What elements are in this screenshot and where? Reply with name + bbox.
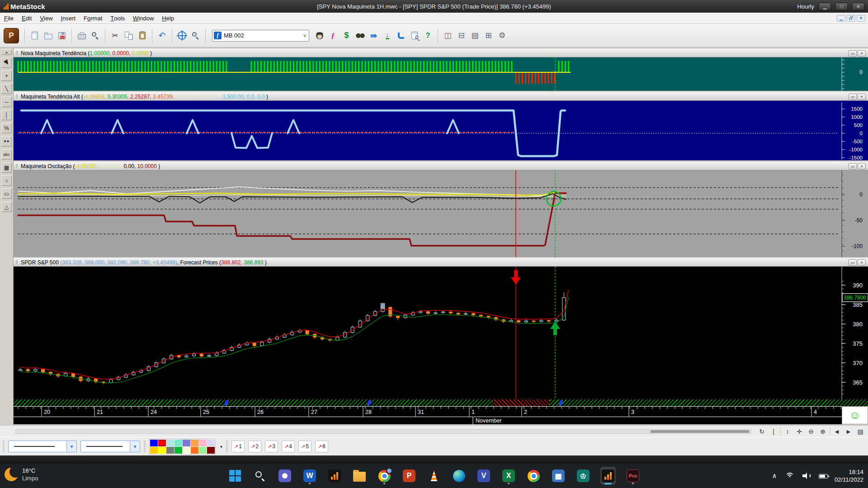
panel-maximize-button[interactable]: ▭ <box>849 50 857 56</box>
menu-edit[interactable]: Edit <box>18 13 36 23</box>
panel-grip[interactable] <box>16 94 18 99</box>
visio-icon[interactable]: V <box>476 467 491 485</box>
rectangle-tool[interactable]: ▭ <box>1 188 12 199</box>
chevron-down-icon[interactable]: ∨ <box>301 33 309 38</box>
crosshair-tool[interactable]: + <box>1 70 12 81</box>
layout-template-button-4[interactable]: ↗4 <box>282 441 295 452</box>
chart-maquineta-oscilacao[interactable]: 0-50-100 <box>14 170 868 257</box>
horizontal-scrollbar[interactable] <box>15 429 751 434</box>
color-swatch[interactable] <box>207 440 215 446</box>
ellipse-tool[interactable]: ○ <box>1 175 12 186</box>
menu-insert[interactable]: Insert <box>57 13 80 23</box>
color-swatch[interactable] <box>199 447 207 454</box>
tile-four-icon[interactable]: ⊞ <box>482 29 495 42</box>
panel-grip[interactable] <box>16 260 18 265</box>
power-console-icon[interactable] <box>395 29 407 42</box>
indicator-builder-icon[interactable]: ƒ <box>327 29 339 42</box>
speaker-icon[interactable] <box>802 471 812 481</box>
child-restore-button[interactable] <box>847 15 855 22</box>
powerpoint-icon[interactable]: P <box>401 467 417 485</box>
scroll-arrows-tool[interactable]: ◄► <box>1 136 12 146</box>
scrollbar-thumb[interactable] <box>651 430 749 433</box>
color-swatch[interactable] <box>158 440 166 446</box>
panel-grip[interactable] <box>16 51 18 56</box>
power-tools-icon[interactable]: P <box>4 28 19 43</box>
chart-spdr-sp500[interactable]: 390385380375370365386.7800 <box>14 267 868 399</box>
panel-close-button[interactable]: × <box>858 50 866 56</box>
forecaster-icon[interactable]: ⇛ <box>368 29 380 42</box>
panel-maximize-button[interactable]: ▭ <box>849 94 857 100</box>
chrome-icon[interactable] <box>526 467 541 485</box>
panel-close-button[interactable]: × <box>858 94 866 100</box>
chevron-down-icon[interactable]: ▾ <box>130 441 140 452</box>
toolbar-grip[interactable] <box>3 441 5 452</box>
chrome-profile-icon[interactable] <box>377 467 392 485</box>
child-minimize-button[interactable]: ▁ <box>837 15 845 22</box>
panel-grip[interactable] <box>16 164 18 169</box>
zoom-in-icon[interactable]: ⊕ <box>818 427 828 436</box>
color-swatch[interactable] <box>150 447 158 454</box>
cut-icon[interactable]: ✂ <box>109 29 121 42</box>
panel-title-nova-maquineta-tendencia[interactable]: Nova Maquineta Tendência (1.00000, 0.000… <box>14 49 868 57</box>
child-close-button[interactable]: ✕ <box>857 15 865 22</box>
zoom-out-icon[interactable]: ⊖ <box>806 427 816 436</box>
metastock-active-icon[interactable] <box>600 467 616 485</box>
file-explorer-icon[interactable] <box>352 467 367 485</box>
expert-advisor-icon[interactable] <box>313 29 326 42</box>
menu-tools[interactable]: Tools <box>106 13 129 23</box>
color-swatch[interactable] <box>199 440 207 446</box>
open-icon[interactable] <box>42 29 54 42</box>
window-options-icon[interactable]: ⚙ <box>496 29 508 42</box>
new-window-icon[interactable]: ◫ <box>442 29 454 42</box>
minimize-button[interactable]: ▁ <box>819 3 831 10</box>
layout-template-button-5[interactable]: ↗5 <box>298 441 311 452</box>
help-pointer-icon[interactable]: ? <box>422 29 434 42</box>
wifi-icon[interactable] <box>786 471 796 481</box>
color-swatch[interactable] <box>207 447 215 454</box>
battery-icon[interactable] <box>818 471 828 481</box>
line-weight-combo[interactable]: ▾ <box>80 441 140 452</box>
explorer-icon[interactable] <box>354 29 366 42</box>
line-style-combo[interactable]: ▾ <box>8 441 77 452</box>
horizontal-line-tool[interactable]: ─ <box>1 97 12 107</box>
paste-icon[interactable] <box>136 29 148 42</box>
pan-icon[interactable]: ✛ <box>794 427 804 436</box>
close-button[interactable]: ✕ <box>852 3 864 10</box>
toolbox-scroll-up-button[interactable]: ▴ <box>1 49 12 55</box>
layout-template-button-2[interactable]: ↗2 <box>248 441 261 452</box>
color-swatch[interactable] <box>191 447 198 454</box>
menu-file[interactable]: File <box>0 13 18 23</box>
palette-dropdown-icon[interactable]: ▾ <box>220 444 222 449</box>
panel-close-button[interactable]: × <box>858 259 866 266</box>
menu-view[interactable]: View <box>36 13 57 23</box>
color-swatch[interactable] <box>175 440 182 446</box>
chess-icon[interactable]: ♔ <box>576 467 591 485</box>
symbol-combo-icon[interactable]: fMB 002∨ <box>212 30 309 42</box>
pointer-tool[interactable] <box>1 57 12 68</box>
vlc-icon[interactable] <box>426 467 442 485</box>
toolbar-grip[interactable] <box>226 441 228 452</box>
color-swatch[interactable] <box>166 440 174 446</box>
panel-maximize-button[interactable]: ▭ <box>849 259 857 266</box>
panel-close-button[interactable]: × <box>858 163 866 169</box>
color-swatch[interactable] <box>183 440 190 446</box>
save-icon[interactable] <box>56 29 68 42</box>
panel-maximize-button[interactable]: ▭ <box>849 163 857 169</box>
date-axis[interactable]: 20212425262728311234 <box>14 406 868 417</box>
toolbar-grip[interactable] <box>144 441 146 452</box>
chevron-down-icon[interactable]: ▾ <box>66 441 76 452</box>
copy-icon[interactable] <box>123 29 135 42</box>
layout-template-button-3[interactable]: ↗3 <box>265 441 278 452</box>
color-swatch[interactable] <box>150 440 158 446</box>
metastock-icon[interactable] <box>327 467 342 485</box>
data-window-icon[interactable]: ▤ <box>855 427 865 436</box>
chart-nova-maquineta-tendencia[interactable]: 0 <box>14 57 868 91</box>
start-button[interactable] <box>227 467 243 485</box>
report-icon[interactable] <box>408 29 420 42</box>
color-swatch[interactable] <box>175 447 182 454</box>
scroll-left-icon[interactable]: ◄ <box>832 427 842 436</box>
percent-tool[interactable]: % <box>1 123 12 133</box>
crosshair-pointer-icon[interactable]: | <box>769 427 778 436</box>
panel-title-spdr-sp500[interactable]: SPDR S&P 500 (383.328, 388.000, 382.090,… <box>14 258 868 267</box>
scroll-right-icon[interactable]: ► <box>844 427 854 436</box>
